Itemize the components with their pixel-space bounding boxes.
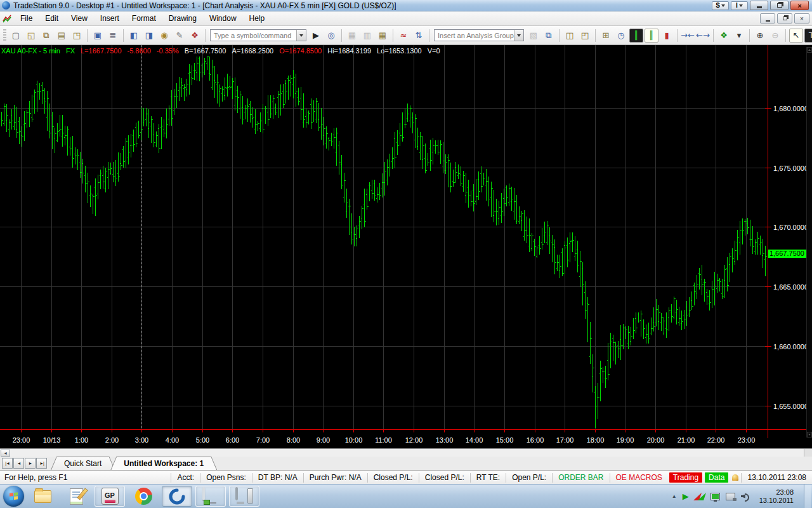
export-page-button[interactable]: ◳ [70,29,84,43]
forward-page-button[interactable]: ◨ [142,29,156,43]
session-hours-button[interactable]: ⊞ [599,29,613,43]
menu-edit[interactable]: Edit [39,12,65,25]
chart-vertical-scrollbar[interactable] [806,47,812,438]
run-command-button[interactable]: ▶ [309,29,323,43]
toolbar-separator [559,29,560,42]
fit-bars-dropdown[interactable]: ▾ [732,29,746,43]
style-brush-button[interactable]: ✎ [173,29,187,43]
candlestick-button[interactable]: ▮ [660,29,674,43]
status-order-bar[interactable]: ORDER BAR [552,473,609,483]
import-page-button[interactable]: ▤ [55,29,69,43]
new-workspace-button[interactable]: ▢ [9,29,23,43]
mdi-minimize-button[interactable] [760,13,775,23]
taskbar-network-monitor-button[interactable] [195,486,226,507]
send-window-button[interactable]: ◰ [578,29,592,43]
quote-window-button[interactable]: ▦ [345,29,359,43]
fit-bars-button[interactable]: ❖ [717,29,731,43]
taskbar-explorer-button[interactable] [27,486,58,507]
volume-icon[interactable] [741,493,749,500]
chart-analysis-button[interactable]: ≈ [396,29,410,43]
status-rt-te: RT TE: [470,473,506,483]
menu-view[interactable]: View [65,12,94,25]
tab-prev-button[interactable]: ◄ [13,458,24,469]
menu-drawing[interactable]: Drawing [162,12,203,25]
strategy-status-button[interactable]: S [712,1,729,10]
tray-display-icon[interactable] [726,493,735,500]
zoom-out-button[interactable]: ⊖ [768,29,782,43]
decrease-bar-spacing-button[interactable]: →← [681,29,695,43]
taskbar-tradestation-button[interactable] [162,486,192,507]
taskbar-remote-desktop-button[interactable] [229,486,259,507]
tab-first-button[interactable]: |◄ [2,458,13,469]
taskbar-notepad-button[interactable] [61,486,91,507]
tray-network-icon[interactable] [710,493,720,500]
back-page-button[interactable]: ◧ [127,29,141,43]
time-interval-button[interactable]: ◷ [614,29,628,43]
chart-canvas[interactable]: 1,680.00001,675.00001,670.00001,665.0000… [0,45,812,448]
minimize-button[interactable] [750,1,768,10]
chart-low-value: Lo=1653.1300 [377,47,422,55]
indicator-status-button[interactable]: I [731,1,748,10]
chart-change-value: -5.8600 [128,47,151,55]
menu-format[interactable]: Format [126,12,162,25]
tab-untitled-workspace[interactable]: Untitled Workspace: 1 [110,457,217,470]
apply-to-chart-button[interactable]: ◫ [563,29,577,43]
text-label-tool-button[interactable]: T [804,29,812,43]
print-button[interactable]: ≣ [106,29,120,43]
restore-button[interactable] [770,1,789,10]
mdi-restore-button[interactable] [777,13,792,23]
chevron-down-icon[interactable] [514,30,523,41]
show-desktop-button[interactable] [804,485,811,508]
chart-horizontal-scrollbar[interactable]: ◄ [0,448,812,457]
open-workspace-button[interactable]: ◱ [24,29,38,43]
scale-arrows-button[interactable]: ⇅ [412,29,426,43]
tray-tradestation-icon[interactable] [695,492,705,500]
tab-next-button[interactable]: ► [25,458,36,469]
hlc-bars-button[interactable]: ║ [629,29,643,43]
scroll-down-icon[interactable] [807,432,812,438]
hidden-icons-arrow-icon[interactable]: ▲ [672,493,677,499]
symbol-command-combobox[interactable]: Type a symbol/command [210,29,306,41]
analysis-group-combobox[interactable]: Insert an Analysis Group [434,29,524,41]
save-desktop-button[interactable]: ▣ [91,29,105,43]
object-colors-button[interactable]: ❖ [188,29,202,43]
analysis-windows-button[interactable]: ⧉ [542,29,556,43]
symbol-lookup-button[interactable]: ◎ [324,29,338,43]
start-button[interactable] [3,486,24,507]
status-open-pl: Open P/L: [506,473,552,483]
menu-insert[interactable]: Insert [94,12,126,25]
taskbar-clock[interactable]: 23:08 13.10.2011 [755,488,798,505]
chevron-down-icon[interactable] [296,30,306,41]
matrix-window-button[interactable]: ▥ [360,29,374,43]
chart-area[interactable]: 1,680.00001,675.00001,670.00001,665.0000… [0,45,812,448]
status-oe-macros[interactable]: OE MACROS [610,473,668,483]
tab-last-button[interactable]: ►| [36,458,47,469]
ohlc-bars-button[interactable]: ║ [645,29,658,43]
toolbar-separator [205,29,206,42]
taskbar-gp-app-button[interactable]: GP [95,486,125,507]
status-data-badge[interactable]: Data [705,472,728,483]
close-button[interactable]: × [790,1,809,10]
lock-workspace-button[interactable]: ◉ [157,29,171,43]
taskbar-chrome-button[interactable] [128,486,159,507]
menu-window[interactable]: Window [203,12,243,25]
status-trading-badge[interactable]: Trading [669,472,702,483]
scroll-up-icon[interactable] [807,47,812,53]
menu-bar-items: FileEditViewInsertFormatDrawingWindowHel… [14,11,271,25]
toolbar-separator [393,29,393,42]
menu-help[interactable]: Help [243,12,272,25]
tray-play-icon[interactable]: ▶ [683,492,689,500]
workspaces-button[interactable]: ⧉ [39,29,53,43]
gp-app-icon: GP [102,488,119,505]
mdi-close-button[interactable]: × [794,13,809,23]
radarscreen-button[interactable]: ▦ [376,29,390,43]
scroll-left-button[interactable]: ◄ [1,450,10,457]
restore-icon [783,17,787,20]
zoom-in-button[interactable]: ⊕ [753,29,767,43]
increase-bar-spacing-button[interactable]: ←→ [696,29,710,43]
menu-bar: FileEditViewInsertFormatDrawingWindowHel… [0,11,812,26]
menu-file[interactable]: File [14,12,39,25]
tab-quick-start[interactable]: Quick Start [51,457,115,470]
pointer-tool-button[interactable]: ↖ [789,29,803,43]
insert-analysis-button[interactable]: ▧ [527,29,540,43]
